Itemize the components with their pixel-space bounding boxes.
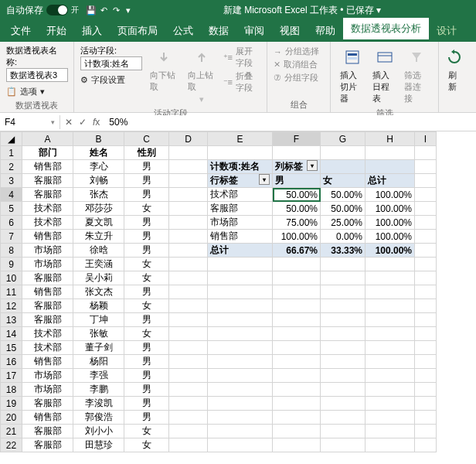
cell[interactable] xyxy=(321,369,366,383)
autosave-control[interactable]: 自动保存 开 xyxy=(6,4,79,17)
cell[interactable] xyxy=(169,438,208,452)
cell[interactable] xyxy=(169,397,208,411)
cell[interactable] xyxy=(366,327,415,341)
cell[interactable]: 100.00% xyxy=(366,188,415,202)
cell[interactable]: 吴小莉 xyxy=(73,271,124,285)
cell[interactable]: 100.00% xyxy=(366,202,415,216)
cell[interactable]: 50.00% xyxy=(321,202,366,216)
cell[interactable] xyxy=(366,369,415,383)
row-header[interactable]: 18 xyxy=(1,383,22,397)
tab-review[interactable]: 审阅 xyxy=(236,20,272,42)
pt-name-input[interactable] xyxy=(6,68,68,82)
cell[interactable] xyxy=(273,355,321,369)
cell[interactable] xyxy=(273,313,321,327)
filter-connections-button[interactable]: 筛选器连接 xyxy=(401,45,432,106)
col-filter-dropdown[interactable]: ▾ xyxy=(307,160,318,171)
cell[interactable]: 张杰 xyxy=(73,188,124,202)
row-header[interactable]: 9 xyxy=(1,258,22,271)
cell[interactable] xyxy=(169,216,208,230)
cell[interactable]: 杨颖 xyxy=(73,299,124,313)
select-all-corner[interactable]: ◢ xyxy=(1,132,22,146)
cell[interactable]: 男 xyxy=(124,397,169,411)
cell[interactable] xyxy=(169,160,208,174)
cell[interactable] xyxy=(169,244,208,258)
row-header[interactable]: 7 xyxy=(1,230,22,244)
cell[interactable] xyxy=(321,397,366,411)
cell[interactable]: 李强 xyxy=(73,369,124,383)
cell[interactable] xyxy=(169,355,208,369)
cell[interactable]: 列标签▾ xyxy=(273,160,321,174)
cell[interactable] xyxy=(169,299,208,313)
cell[interactable] xyxy=(366,341,415,355)
cell[interactable]: 0.00% xyxy=(321,230,366,244)
cell[interactable] xyxy=(415,271,437,285)
cell[interactable] xyxy=(366,146,415,160)
cell[interactable] xyxy=(273,383,321,397)
cell[interactable] xyxy=(366,258,415,271)
cell[interactable] xyxy=(169,174,208,188)
cell[interactable] xyxy=(415,188,437,202)
cell[interactable]: 市场部 xyxy=(22,244,73,258)
col-header[interactable]: G xyxy=(321,132,366,146)
cell[interactable]: 性别 xyxy=(124,146,169,160)
cell[interactable]: 75.00% xyxy=(273,216,321,230)
cell[interactable] xyxy=(208,327,273,341)
tab-data[interactable]: 数据 xyxy=(201,20,236,42)
cell[interactable] xyxy=(169,285,208,299)
cell[interactable] xyxy=(321,383,366,397)
formula-input[interactable] xyxy=(104,115,476,129)
active-field-input[interactable] xyxy=(80,56,142,70)
cell[interactable]: 张文杰 xyxy=(73,285,124,299)
cancel-formula-icon[interactable]: ✕ xyxy=(65,117,73,128)
insert-slicer-button[interactable]: 插入切片器 xyxy=(337,45,368,106)
collapse-field-button[interactable]: ⁻≡折叠字段 xyxy=(223,70,260,94)
customize-icon[interactable]: ▾ xyxy=(122,4,134,16)
cell[interactable]: 女 xyxy=(124,438,169,452)
cell[interactable] xyxy=(366,285,415,299)
cell[interactable]: 市场部 xyxy=(22,258,73,271)
cell[interactable]: 销售部 xyxy=(22,355,73,369)
name-box-dropdown-icon[interactable]: ▾ xyxy=(51,118,55,126)
cell[interactable] xyxy=(366,299,415,313)
cell[interactable] xyxy=(169,146,208,160)
insert-timeline-button[interactable]: 插入日程表 xyxy=(369,45,400,106)
cell[interactable]: 客服部 xyxy=(22,397,73,411)
cell[interactable]: 王奕涵 xyxy=(73,258,124,271)
cell[interactable] xyxy=(273,369,321,383)
cell[interactable] xyxy=(415,327,437,341)
cell[interactable] xyxy=(321,258,366,271)
cell[interactable] xyxy=(208,258,273,271)
cell[interactable] xyxy=(169,188,208,202)
row-header[interactable]: 10 xyxy=(1,271,22,285)
cell[interactable]: 25.00% xyxy=(321,216,366,230)
cell[interactable]: 女 xyxy=(124,327,169,341)
cell[interactable] xyxy=(415,355,437,369)
cell[interactable] xyxy=(169,258,208,271)
cell[interactable]: 50.00% xyxy=(273,188,321,202)
cell[interactable]: 销售部 xyxy=(208,230,273,244)
cell[interactable] xyxy=(415,174,437,188)
col-header[interactable]: D xyxy=(169,132,208,146)
cell[interactable]: 总计 xyxy=(208,244,273,258)
cell[interactable]: 客服部 xyxy=(22,188,73,202)
cell[interactable] xyxy=(169,411,208,425)
cell[interactable] xyxy=(415,313,437,327)
cell[interactable]: 技术部 xyxy=(22,341,73,355)
cell[interactable] xyxy=(273,271,321,285)
cell[interactable]: 客服部 xyxy=(22,299,73,313)
cell[interactable]: 市场部 xyxy=(22,383,73,397)
cell[interactable]: 董子剑 xyxy=(73,341,124,355)
col-header[interactable]: A xyxy=(22,132,73,146)
cell[interactable]: 技术部 xyxy=(22,202,73,216)
cell[interactable]: 技术部 xyxy=(208,188,273,202)
cell[interactable] xyxy=(321,160,366,174)
cell[interactable]: 100.00% xyxy=(273,230,321,244)
row-header[interactable]: 19 xyxy=(1,397,22,411)
ungroup-button[interactable]: ⨯取消组合 xyxy=(274,58,324,71)
tab-help[interactable]: 帮助 xyxy=(308,20,343,42)
cell[interactable] xyxy=(169,202,208,216)
cell[interactable]: 33.33% xyxy=(321,244,366,258)
cell[interactable]: 销售部 xyxy=(22,411,73,425)
tab-pagelayout[interactable]: 页面布局 xyxy=(110,20,165,42)
cell[interactable] xyxy=(321,438,366,452)
